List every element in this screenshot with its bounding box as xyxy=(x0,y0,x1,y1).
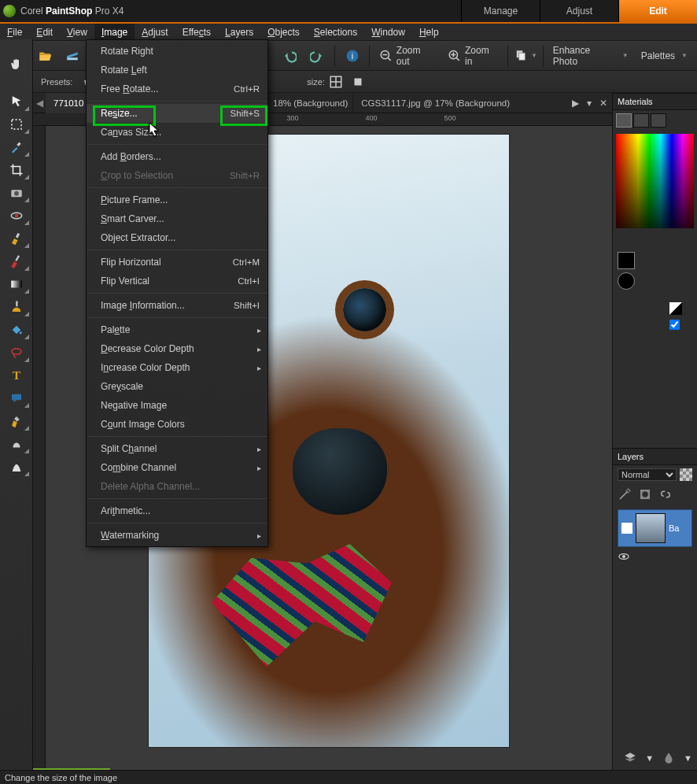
swap-colors-icon[interactable] xyxy=(669,302,682,315)
enhance-photo-button[interactable]: Enhance Photo ▼ xyxy=(547,45,635,67)
layer-add-button[interactable] xyxy=(623,751,637,765)
undo-icon xyxy=(282,49,297,63)
tool-paint[interactable] xyxy=(3,250,30,272)
menu-palette[interactable]: Palette xyxy=(87,320,267,339)
tool-redeye[interactable] xyxy=(3,205,30,226)
ruler-vertical xyxy=(33,126,46,770)
tab-close-button[interactable]: ✕ xyxy=(599,98,607,109)
scan-button[interactable] xyxy=(61,43,85,68)
tool-eyedropper[interactable] xyxy=(3,136,30,157)
menu-greyscale[interactable]: Greyscale xyxy=(87,377,267,396)
menu-canvas-size[interactable]: Canvas Size... xyxy=(87,123,267,142)
title-app: Corel xyxy=(20,6,43,17)
layer-new-button[interactable] xyxy=(618,487,632,501)
info-button[interactable]: i xyxy=(340,43,364,68)
tool-gradient[interactable] xyxy=(3,273,30,294)
pen-icon xyxy=(9,414,24,428)
layer-row-background[interactable]: Ba xyxy=(618,509,692,547)
menu-arithmetic[interactable]: Arithmetic... xyxy=(87,501,267,520)
tab-menu-button[interactable]: ▾ xyxy=(587,98,592,109)
image-menu-dropdown: Rotate Right Rotate Left Free Rotate...C… xyxy=(86,39,268,547)
menu-adjust[interactable]: Adjust xyxy=(135,24,175,40)
zoom-out-button[interactable]: Zoom out xyxy=(373,45,441,67)
layer-delete-button[interactable] xyxy=(662,751,676,765)
foreground-color-chip[interactable] xyxy=(618,252,635,269)
menu-rotate-left[interactable]: Rotate Left xyxy=(87,61,267,80)
menu-image-information[interactable]: Image Information...Shift+I xyxy=(87,296,267,315)
layer-link-button[interactable] xyxy=(658,487,673,501)
tool-selection[interactable] xyxy=(3,113,30,135)
tool-pen[interactable] xyxy=(3,410,30,431)
menu-view[interactable]: View xyxy=(60,24,94,40)
tab-adjust[interactable]: Adjust xyxy=(540,0,618,22)
menu-layers[interactable]: Layers xyxy=(218,24,260,40)
eye-icon[interactable] xyxy=(618,550,630,563)
menu-count-colors[interactable]: Count Image Colors xyxy=(87,415,267,434)
palettes-button[interactable]: Palettes ▼ xyxy=(635,45,694,67)
fit-window-button[interactable] xyxy=(325,73,347,91)
menu-flip-horizontal[interactable]: Flip HorizontalCtrl+M xyxy=(87,253,267,272)
menu-objects[interactable]: Objects xyxy=(260,24,307,40)
menu-add-borders[interactable]: Add Borders... xyxy=(87,147,267,166)
menu-flip-vertical[interactable]: Flip VerticalCtrl+I xyxy=(87,272,267,290)
redo-button[interactable] xyxy=(305,43,330,68)
menu-smart-carver[interactable]: Smart Carver... xyxy=(87,209,267,228)
tab-scroll-left[interactable]: ◀ xyxy=(33,98,46,109)
materials-tab-rainbow[interactable] xyxy=(616,113,632,128)
tool-straighten[interactable] xyxy=(3,182,30,203)
menu-picture-frame[interactable]: Picture Frame... xyxy=(87,190,267,209)
open-file-button[interactable] xyxy=(32,43,57,68)
menu-effects[interactable]: Effects xyxy=(175,24,218,40)
bucket-icon xyxy=(9,323,24,337)
zoom-in-button[interactable]: Zoom in xyxy=(441,45,504,67)
menu-object-extractor[interactable]: Object Extractor... xyxy=(87,228,267,247)
menu-resize[interactable]: Resize...Shift+S xyxy=(87,104,267,123)
tool-move[interactable] xyxy=(3,91,30,112)
tool-fill[interactable] xyxy=(3,319,30,340)
tool-crop[interactable] xyxy=(3,159,30,180)
tool-lasso[interactable] xyxy=(3,342,30,363)
menu-window[interactable]: Window xyxy=(364,24,412,40)
tool-shape[interactable] xyxy=(3,387,30,409)
menu-combine-channel[interactable]: Combine Channel xyxy=(87,458,267,477)
svg-rect-6 xyxy=(519,53,526,60)
layer-blend-mode[interactable]: Normal xyxy=(618,468,677,481)
actual-size-button[interactable] xyxy=(347,73,369,91)
menu-edit[interactable]: Edit xyxy=(29,24,60,40)
menu-help[interactable]: Help xyxy=(412,24,446,40)
menu-image[interactable]: Image xyxy=(94,24,135,40)
workspace-tabs: Manage Adjust Edit xyxy=(461,0,697,22)
tool-oil[interactable] xyxy=(3,456,30,477)
tool-smear[interactable] xyxy=(3,433,30,454)
menu-selections[interactable]: Selections xyxy=(307,24,364,40)
menu-split-channel[interactable]: Split Channel xyxy=(87,439,267,458)
menu-rotate-right[interactable]: Rotate Right xyxy=(87,42,267,61)
foreground-style-chip[interactable] xyxy=(618,272,635,290)
copy-button[interactable]: ▼ xyxy=(513,43,537,68)
materials-tab-swatches[interactable] xyxy=(633,113,649,128)
materials-tab-frame[interactable] xyxy=(651,113,666,128)
shortcut-label: Ctrl+I xyxy=(238,276,260,286)
chevron-down-icon: ▼ xyxy=(681,52,688,59)
menu-free-rotate[interactable]: Free Rotate...Ctrl+R xyxy=(87,80,267,98)
menu-increase-depth[interactable]: Increase Color Depth xyxy=(87,358,267,377)
menu-negative[interactable]: Negative Image xyxy=(87,396,267,415)
doc-tab-2[interactable]: CGS31117.jpg @ 17% (Background) xyxy=(352,93,518,113)
layer-mask-button[interactable] xyxy=(638,487,652,501)
tool-text[interactable]: T xyxy=(3,364,30,386)
layer-visibility-icon[interactable] xyxy=(621,523,632,534)
tool-clone[interactable] xyxy=(3,227,30,249)
menu-decrease-depth[interactable]: Decrease Color Depth xyxy=(87,339,267,358)
color-picker-rainbow[interactable] xyxy=(616,134,694,228)
menu-file[interactable]: File xyxy=(0,24,29,40)
tool-retouch[interactable] xyxy=(3,296,30,317)
svg-point-20 xyxy=(12,348,21,354)
menu-watermarking[interactable]: Watermarking xyxy=(87,526,267,545)
svg-point-19 xyxy=(19,331,21,334)
chevron-down-icon: ▼ xyxy=(684,753,692,763)
tab-scroll-right[interactable]: ▶ xyxy=(572,98,579,109)
tab-edit[interactable]: Edit xyxy=(618,0,697,22)
undo-button[interactable] xyxy=(277,43,301,68)
tab-manage[interactable]: Manage xyxy=(461,0,540,22)
materials-link-checkbox[interactable] xyxy=(669,320,680,330)
